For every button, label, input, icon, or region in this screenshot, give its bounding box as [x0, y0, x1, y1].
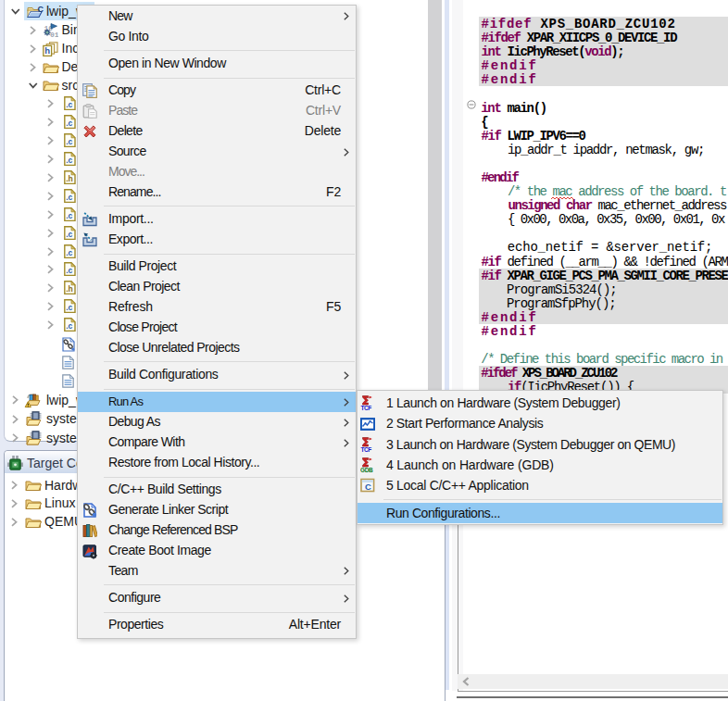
svg-text:.c: .c	[66, 211, 72, 220]
svg-text:.c: .c	[66, 321, 72, 331]
svg-text:.c: .c	[66, 100, 72, 109]
svg-text:.c: .c	[66, 193, 72, 202]
svg-text:.c: .c	[66, 303, 72, 312]
svg-text:.c: .c	[66, 267, 72, 276]
svg-text:.c: .c	[66, 230, 72, 239]
svg-text:.c: .c	[66, 248, 72, 257]
svg-text:01: 01	[50, 30, 58, 38]
svg-text:.c: .c	[66, 156, 72, 165]
svg-text:.h: .h	[66, 174, 73, 183]
svg-text:.c: .c	[66, 137, 72, 146]
svg-text:TCF: TCF	[361, 446, 372, 453]
svg-text:C: C	[365, 482, 371, 492]
svg-text:GDB: GDB	[360, 467, 373, 473]
svg-text:h: h	[44, 45, 50, 56]
svg-text:.h: .h	[66, 284, 73, 294]
svg-text:C: C	[38, 5, 44, 14]
svg-text:.c: .c	[66, 119, 72, 128]
svg-text:TCF: TCF	[361, 405, 372, 411]
